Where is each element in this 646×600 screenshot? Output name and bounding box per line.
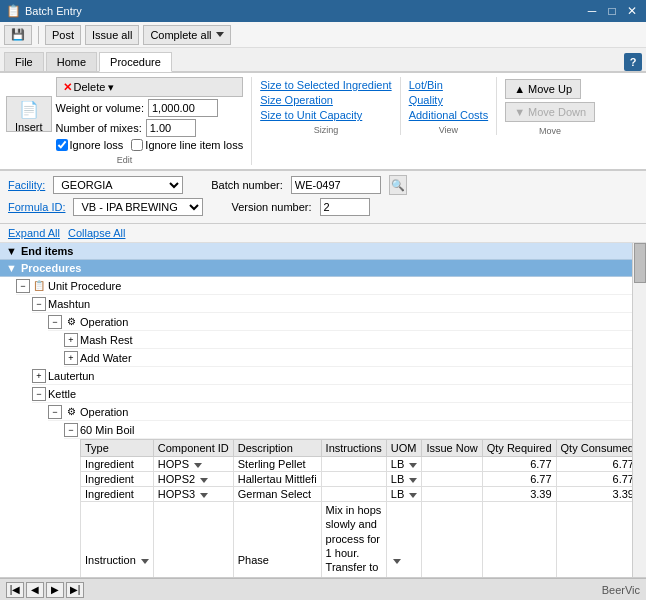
move-up-button[interactable]: ▲ Move Up <box>505 79 581 99</box>
complete-all-dropdown-icon[interactable] <box>216 32 224 37</box>
formula-combo[interactable]: VB - IPA BREWING <box>73 198 203 216</box>
minimize-button[interactable]: ─ <box>584 4 600 18</box>
navigation-buttons: |◀ ◀ ▶ ▶| <box>6 582 84 598</box>
unit-procedure-expand[interactable]: − <box>16 279 30 293</box>
move-down-button[interactable]: ▼ Move Down <box>505 102 595 122</box>
row2-type: Ingredient <box>81 472 154 487</box>
row3-compid-dropdown[interactable] <box>200 493 208 498</box>
facility-label[interactable]: Facility: <box>8 179 45 191</box>
batch-input[interactable] <box>291 176 381 194</box>
row2-uom-dropdown[interactable] <box>409 478 417 483</box>
row2-compid-dropdown[interactable] <box>200 478 208 483</box>
row1-type: Ingredient <box>81 457 154 472</box>
kettle-expand[interactable]: − <box>32 387 46 401</box>
save-button[interactable]: 💾 <box>4 25 32 45</box>
tree-container: ▼ End items ▼ Procedures − 📋 Unit Proced… <box>0 243 646 578</box>
size-operation-link[interactable]: Size Operation <box>260 94 391 106</box>
size-selected-link[interactable]: Size to Selected Ingredient <box>260 79 391 91</box>
table-row[interactable]: Ingredient HOPS3 German Select LB 3.39 3… <box>81 487 647 502</box>
mashtun-expand[interactable]: − <box>32 297 46 311</box>
unit-procedure-row[interactable]: − 📋 Unit Procedure <box>16 277 646 295</box>
ignore-line-checkbox-label: Ignore line item loss <box>131 139 243 151</box>
lautertun-expand[interactable]: + <box>32 369 46 383</box>
insert-button[interactable]: 📄 Insert <box>6 96 52 132</box>
formula-label[interactable]: Formula ID: <box>8 201 65 213</box>
mashtun-row[interactable]: − Mashtun <box>32 295 646 313</box>
row4-instr: Mix in hops slowly and process for 1 hou… <box>321 502 386 579</box>
facility-combo[interactable]: GEORGIA <box>53 176 183 194</box>
nav-first-button[interactable]: |◀ <box>6 582 24 598</box>
kettle-operation-row[interactable]: − ⚙ Operation <box>48 403 646 421</box>
ignore-loss-checkbox-label: Ignore loss <box>56 139 124 151</box>
insert-icon: 📄 <box>19 100 39 119</box>
ignore-loss-checkbox[interactable] <box>56 139 68 151</box>
row3-compid: HOPS3 <box>153 487 233 502</box>
weight-label: Weight or volume: <box>56 102 144 114</box>
row1-uom-dropdown[interactable] <box>409 463 417 468</box>
version-input[interactable] <box>320 198 370 216</box>
collapse-all-link[interactable]: Collapse All <box>68 227 125 239</box>
delete-button[interactable]: ✕ Delete ▾ <box>56 77 244 97</box>
row4-issuenow <box>422 502 482 579</box>
tab-home[interactable]: Home <box>46 52 97 71</box>
row2-issuenow <box>422 472 482 487</box>
post-label: Post <box>52 29 74 41</box>
batch-search-button[interactable]: 🔍 <box>389 175 407 195</box>
row3-qtycons: 3.39 <box>556 487 638 502</box>
tab-procedure[interactable]: Procedure <box>99 52 172 72</box>
complete-all-button[interactable]: Complete all <box>143 25 230 45</box>
nav-next-button[interactable]: ▶ <box>46 582 64 598</box>
add-water-expand[interactable]: + <box>64 351 78 365</box>
row4-uom <box>386 502 422 579</box>
issue-all-button[interactable]: Issue all <box>85 25 139 45</box>
table-row[interactable]: Ingredient HOPS Sterling Pellet LB 6.77 … <box>81 457 647 472</box>
row1-compid-dropdown[interactable] <box>194 463 202 468</box>
procedure-icon: 📋 <box>32 279 46 293</box>
boil-60-expand[interactable]: − <box>64 423 78 437</box>
mashtun-operation-label: Operation <box>80 316 646 328</box>
mashtun-operation-row[interactable]: − ⚙ Operation <box>48 313 646 331</box>
table-row[interactable]: Ingredient HOPS2 Hallertau Mittlefi LB 6… <box>81 472 647 487</box>
boil-60-label: 60 Min Boil <box>80 424 646 436</box>
row4-qtycons <box>556 502 638 579</box>
quality-link[interactable]: Quality <box>409 94 489 106</box>
add-water-label: Add Water <box>80 352 646 364</box>
help-button[interactable]: ? <box>624 53 642 71</box>
procedures-chevron-icon: ▼ <box>6 262 17 274</box>
mixes-input[interactable] <box>146 119 196 137</box>
procedures-header[interactable]: ▼ Procedures <box>0 260 646 277</box>
close-button[interactable]: ✕ <box>624 4 640 18</box>
size-capacity-link[interactable]: Size to Unit Capacity <box>260 109 391 121</box>
tab-file[interactable]: File <box>4 52 44 71</box>
nav-last-button[interactable]: ▶| <box>66 582 84 598</box>
post-button[interactable]: Post <box>45 25 81 45</box>
mash-rest-row[interactable]: + Mash Rest <box>64 331 646 349</box>
row1-issuenow <box>422 457 482 472</box>
operation-icon-1: ⚙ <box>64 315 78 329</box>
title-bar: 📋 Batch Entry ─ □ ✕ <box>0 0 646 22</box>
nav-prev-button[interactable]: ◀ <box>26 582 44 598</box>
add-water-row[interactable]: + Add Water <box>64 349 646 367</box>
maximize-button[interactable]: □ <box>604 4 620 18</box>
kettle-row[interactable]: − Kettle <box>32 385 646 403</box>
additional-costs-link[interactable]: Additional Costs <box>409 109 489 121</box>
boil-60-row[interactable]: − 60 Min Boil <box>64 421 646 439</box>
mashtun-operation-expand[interactable]: − <box>48 315 62 329</box>
table-row[interactable]: Instruction Phase Mix in hops slowly and… <box>81 502 647 579</box>
ignore-line-checkbox[interactable] <box>131 139 143 151</box>
end-items-header[interactable]: ▼ End items <box>0 243 646 260</box>
row4-type-dropdown[interactable] <box>141 559 149 564</box>
row3-uom-dropdown[interactable] <box>409 493 417 498</box>
kettle-operation-expand[interactable]: − <box>48 405 62 419</box>
expand-all-link[interactable]: Expand All <box>8 227 60 239</box>
row3-qtyreq: 3.39 <box>482 487 556 502</box>
lautertun-row[interactable]: + Lautertun <box>32 367 646 385</box>
col-qtycons-header: Qty Consumed <box>556 440 638 457</box>
mash-rest-expand[interactable]: + <box>64 333 78 347</box>
row4-uom-dropdown[interactable] <box>393 559 401 564</box>
scrollbar-track[interactable] <box>632 243 646 577</box>
weight-input[interactable] <box>148 99 218 117</box>
scrollbar-thumb[interactable] <box>634 243 646 283</box>
lot-bin-link[interactable]: Lot/Bin <box>409 79 489 91</box>
row4-qtyreq <box>482 502 556 579</box>
